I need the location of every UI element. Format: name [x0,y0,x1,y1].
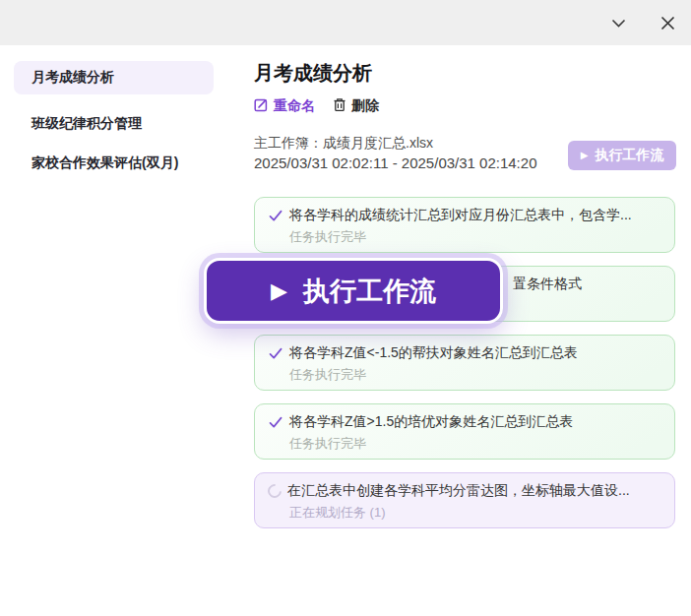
task-text: 将各学科Z值<-1.5的帮扶对象姓名汇总到汇总表 [289,344,578,362]
edit-icon [254,97,269,115]
task-status: 任务执行完毕 [289,435,661,453]
spinner-icon [268,484,282,498]
task-list: 将各学科的成绩统计汇总到对应月份汇总表中，包含学... 任务执行完毕 置条件格式… [254,197,675,541]
play-icon: ▶ [271,280,287,302]
close-icon [660,15,676,31]
rename-label: 重命名 [274,97,315,115]
task-status: 正在规划任务 (1) [289,504,661,522]
page-title: 月考成绩分析 [254,60,372,87]
run-workflow-label: 执行工作流 [595,147,663,164]
play-icon: ▶ [581,151,589,160]
workbook-label: 主工作簿：成绩月度汇总.xlsx [254,135,433,153]
task-text: 将各学科的成绩统计汇总到对应月份汇总表中，包含学... [289,207,632,224]
task-card-4[interactable]: 将各学科Z值>1.5的培优对象姓名汇总到汇总表 任务执行完毕 [254,403,675,460]
close-button[interactable] [656,11,679,34]
sidebar-item-class-discipline-points[interactable]: 班级纪律积分管理 [14,107,214,141]
task-card-5[interactable]: 在汇总表中创建各学科平均分雷达图，坐标轴最大值设... 正在规划任务 (1) [254,472,675,528]
delete-button[interactable]: 删除 [333,97,379,115]
window-titlebar [0,0,691,45]
check-icon [268,414,283,430]
task-status: 任务执行完毕 [289,228,661,246]
run-workflow-overlay-label: 执行工作流 [303,274,436,309]
task-text: 置条件格式 [513,276,582,293]
trash-icon [333,97,346,115]
time-range: 2025/03/31 02:02:11 - 2025/03/31 02:14:2… [254,154,536,171]
sidebar-item-monthly-exam-analysis[interactable]: 月考成绩分析 [14,61,214,94]
sidebar: 月考成绩分析 班级纪律积分管理 家校合作效果评估(双月) [14,61,214,180]
sidebar-item-label: 月考成绩分析 [31,69,114,87]
chevron-down-icon [609,14,628,32]
header-actions: 重命名 删除 [254,97,379,115]
minimize-button[interactable] [606,11,630,34]
check-icon [268,208,283,223]
run-workflow-button[interactable]: ▶ 执行工作流 [568,141,676,170]
sidebar-item-label: 班级纪律积分管理 [31,115,142,133]
delete-label: 删除 [351,97,379,115]
task-text: 将各学科Z值>1.5的培优对象姓名汇总到汇总表 [289,413,573,431]
task-card-1[interactable]: 将各学科的成绩统计汇总到对应月份汇总表中，包含学... 任务执行完毕 [254,197,675,253]
run-workflow-overlay-button[interactable]: ▶ 执行工作流 [204,258,503,324]
task-card-3[interactable]: 将各学科Z值<-1.5的帮扶对象姓名汇总到汇总表 任务执行完毕 [254,335,675,391]
rename-button[interactable]: 重命名 [254,97,315,115]
sidebar-item-home-school-evaluation[interactable]: 家校合作效果评估(双月) [14,147,214,180]
sidebar-item-label: 家校合作效果评估(双月) [31,154,178,172]
task-status: 任务执行完毕 [289,366,661,384]
check-icon [268,345,283,361]
task-text: 在汇总表中创建各学科平均分雷达图，坐标轴最大值设... [287,482,630,500]
